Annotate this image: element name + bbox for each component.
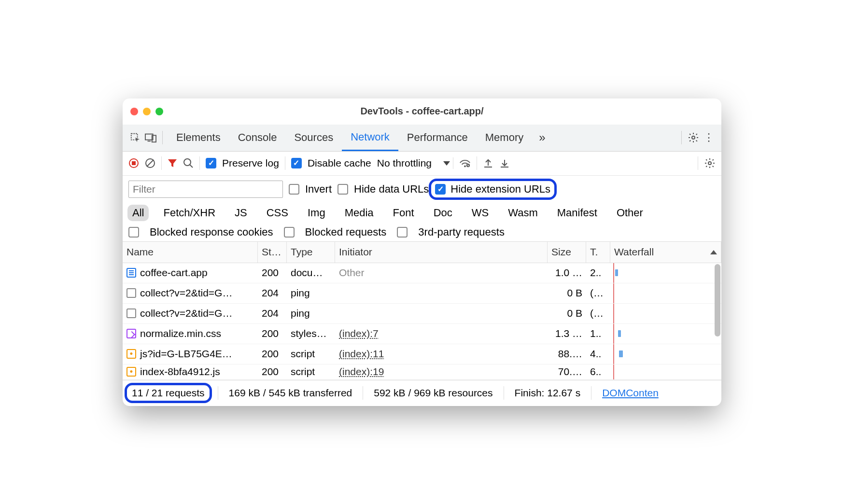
- table-row[interactable]: coffee-cart.app200docu…Other1.0 …2..: [123, 263, 721, 283]
- table-row[interactable]: collect?v=2&tid=G…204ping0 B(…: [123, 283, 721, 304]
- network-toolbar: Preserve log Disable cache No throttling: [123, 152, 721, 176]
- chip-css[interactable]: CSS: [262, 205, 293, 221]
- upload-har-icon[interactable]: [483, 158, 493, 168]
- request-type: styles…: [287, 328, 335, 339]
- waterfall-cell: [610, 324, 721, 344]
- scrollbar-thumb[interactable]: [715, 264, 720, 336]
- filter-input[interactable]: [128, 181, 283, 198]
- table-row[interactable]: collect?v=2&tid=G…204ping0 B(…: [123, 304, 721, 324]
- ping-file-icon: [127, 288, 136, 298]
- size-cell: 88.…: [548, 348, 586, 360]
- chip-ws[interactable]: WS: [467, 205, 493, 221]
- domcontent-link[interactable]: DOMConten: [602, 387, 659, 399]
- initiator-cell: (index):11: [335, 348, 548, 360]
- js-file-icon: [127, 349, 136, 359]
- download-har-icon[interactable]: [499, 158, 510, 168]
- chip-js[interactable]: JS: [230, 205, 252, 221]
- blocked-requests-checkbox[interactable]: [284, 227, 295, 238]
- tab-network[interactable]: Network: [342, 124, 398, 151]
- chip-font[interactable]: Font: [388, 205, 419, 221]
- settings-gear-icon[interactable]: [687, 131, 700, 144]
- status-bar: 11 / 21 requests 169 kB / 545 kB transfe…: [123, 380, 721, 406]
- svg-point-10: [464, 166, 465, 167]
- maximize-window-button[interactable]: [155, 108, 163, 115]
- minimize-window-button[interactable]: [143, 108, 151, 115]
- throttling-value: No throttling: [377, 157, 432, 169]
- time-cell: 4..: [586, 348, 610, 360]
- status-code: 200: [258, 366, 287, 378]
- hide-data-urls-checkbox[interactable]: [338, 184, 348, 195]
- throttling-select[interactable]: No throttling: [377, 157, 453, 169]
- status-code: 204: [258, 287, 287, 299]
- separator: [591, 386, 591, 400]
- invert-checkbox[interactable]: [289, 184, 299, 195]
- table-row[interactable]: js?id=G-LB75G4E…200script(index):1188.…4…: [123, 344, 721, 364]
- requests-table-header: Name St… Type Initiator Size T. Waterfal…: [123, 242, 721, 263]
- size-cell: 1.3 …: [548, 328, 586, 339]
- chip-doc[interactable]: Doc: [429, 205, 457, 221]
- hide-extension-urls-label: Hide extension URLs: [450, 183, 550, 196]
- devtools-window: DevTools - coffee-cart.app/ ElementsCons…: [123, 98, 721, 406]
- initiator-link[interactable]: (index):11: [339, 348, 384, 359]
- device-toolbar-icon[interactable]: [144, 131, 157, 144]
- request-name: collect?v=2&tid=G…: [140, 287, 232, 299]
- col-type[interactable]: Type: [287, 242, 335, 263]
- col-waterfall[interactable]: Waterfall: [610, 242, 721, 263]
- tab-performance[interactable]: Performance: [398, 124, 477, 151]
- disable-cache-label: Disable cache: [308, 157, 371, 169]
- col-name[interactable]: Name: [123, 242, 258, 263]
- col-size[interactable]: Size: [548, 242, 586, 263]
- ping-file-icon: [127, 308, 136, 318]
- search-icon[interactable]: [183, 158, 194, 168]
- initiator-link[interactable]: (index):19: [339, 366, 384, 377]
- chip-manifest[interactable]: Manifest: [552, 205, 602, 221]
- tab-console[interactable]: Console: [229, 124, 286, 151]
- chip-fetchxhr[interactable]: Fetch/XHR: [158, 205, 220, 221]
- requests-table-body: coffee-cart.app200docu…Other1.0 …2..coll…: [123, 263, 721, 380]
- col-status[interactable]: St…: [258, 242, 287, 263]
- divider: [162, 131, 163, 144]
- tab-sources[interactable]: Sources: [285, 124, 342, 151]
- table-row[interactable]: index-8bfa4912.js200script(index):1970.……: [123, 364, 721, 380]
- hide-data-urls-label: Hide data URLs: [354, 183, 429, 196]
- chip-wasm[interactable]: Wasm: [503, 205, 543, 221]
- initiator-link[interactable]: (index):7: [339, 328, 379, 339]
- chip-other[interactable]: Other: [612, 205, 648, 221]
- request-name: index-8bfa4912.js: [140, 366, 220, 378]
- tab-memory[interactable]: Memory: [477, 124, 532, 151]
- status-code: 200: [258, 328, 287, 339]
- chip-media[interactable]: Media: [340, 205, 379, 221]
- request-type: ping: [287, 308, 335, 319]
- size-cell: 1.0 …: [548, 267, 586, 279]
- tab-elements[interactable]: Elements: [168, 124, 229, 151]
- col-initiator[interactable]: Initiator: [335, 242, 548, 263]
- waterfall-cell: [610, 304, 721, 323]
- invert-label: Invert: [305, 183, 332, 196]
- css-file-icon: [127, 329, 136, 338]
- chip-img[interactable]: Img: [303, 205, 330, 221]
- waterfall-cell: [610, 344, 721, 364]
- traffic-lights: [130, 108, 163, 115]
- size-cell: 0 B: [548, 287, 586, 299]
- waterfall-cell: [610, 364, 721, 379]
- clear-button-icon[interactable]: [145, 158, 155, 168]
- network-conditions-icon[interactable]: [459, 158, 471, 168]
- record-button-icon[interactable]: [128, 158, 139, 168]
- preserve-log-checkbox[interactable]: [206, 158, 216, 168]
- disable-cache-checkbox[interactable]: [291, 158, 302, 168]
- chip-all[interactable]: All: [127, 205, 149, 221]
- col-time[interactable]: T.: [586, 242, 610, 263]
- close-window-button[interactable]: [130, 108, 138, 115]
- hide-extension-urls-checkbox[interactable]: [435, 184, 446, 195]
- table-row[interactable]: normalize.min.css200styles…(index):71.3 …: [123, 324, 721, 344]
- status-code: 204: [258, 308, 287, 319]
- tab-more[interactable]: »: [534, 124, 550, 151]
- request-type: script: [287, 366, 335, 378]
- filter-funnel-icon[interactable]: [168, 158, 177, 168]
- kebab-menu-icon[interactable]: ⋮: [702, 131, 716, 144]
- svg-line-7: [147, 160, 154, 167]
- network-settings-gear-icon[interactable]: [704, 157, 716, 169]
- blocked-cookies-checkbox[interactable]: [128, 227, 139, 238]
- inspect-element-icon[interactable]: [128, 131, 142, 144]
- thirdparty-checkbox[interactable]: [397, 227, 408, 238]
